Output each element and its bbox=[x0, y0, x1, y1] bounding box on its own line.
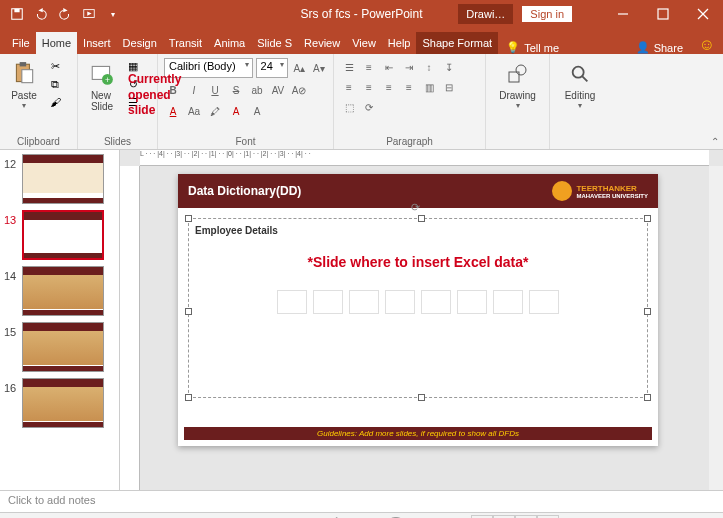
tell-me[interactable]: 💡Tell me bbox=[498, 41, 567, 54]
justify-button[interactable]: ≡ bbox=[400, 78, 418, 96]
video-icon[interactable] bbox=[493, 290, 523, 314]
close-button[interactable] bbox=[683, 0, 723, 28]
tab-transitions[interactable]: Transit bbox=[163, 32, 208, 54]
align-left-button[interactable]: ≡ bbox=[340, 78, 358, 96]
tab-home[interactable]: Home bbox=[36, 32, 77, 54]
thumbnail-15[interactable]: 15 bbox=[0, 322, 119, 372]
icon-icon[interactable] bbox=[529, 290, 559, 314]
numbering-button[interactable]: ≡ bbox=[360, 58, 378, 76]
thumbnail-14[interactable]: 14 bbox=[0, 266, 119, 316]
slide-edit-area[interactable]: L · · · |4| · · |3| · · |2| · · |1| · · … bbox=[120, 150, 723, 490]
redo-icon[interactable] bbox=[54, 3, 76, 25]
clipboard-label: Clipboard bbox=[6, 136, 71, 147]
minimize-button[interactable] bbox=[603, 0, 643, 28]
group-paragraph: ☰ ≡ ⇤ ⇥ ↕ ↧ ≡ ≡ ≡ ≡ ▥ ⊟ ⬚ ⟳ Paragraph bbox=[334, 54, 486, 149]
tell-me-label: Tell me bbox=[524, 42, 559, 54]
selection-handle[interactable] bbox=[644, 215, 651, 222]
notes-pane[interactable]: Click to add notes bbox=[0, 490, 723, 512]
feedback-icon[interactable]: ☺ bbox=[699, 36, 715, 54]
thumbnail-13[interactable]: 13 bbox=[0, 210, 119, 260]
increase-indent-button[interactable]: ⇥ bbox=[400, 58, 418, 76]
tab-slideshow[interactable]: Slide S bbox=[251, 32, 298, 54]
rotate-handle-icon[interactable]: ⟳ bbox=[411, 201, 425, 215]
undo-icon[interactable] bbox=[30, 3, 52, 25]
group-clipboard: Paste ▾ ✂ ⧉ 🖌 Clipboard bbox=[0, 54, 78, 149]
align-text-button[interactable]: ⊟ bbox=[440, 78, 458, 96]
format-painter-icon[interactable]: 🖌 bbox=[46, 94, 64, 110]
text-direction-button[interactable]: ↧ bbox=[440, 58, 458, 76]
tab-file[interactable]: File bbox=[6, 32, 36, 54]
font-fill-button[interactable]: A bbox=[227, 102, 245, 120]
tab-help[interactable]: Help bbox=[382, 32, 417, 54]
start-from-beginning-icon[interactable] bbox=[78, 3, 100, 25]
tab-design[interactable]: Design bbox=[117, 32, 163, 54]
cut-icon[interactable]: ✂ bbox=[46, 58, 64, 74]
line-spacing-button[interactable]: ↕ bbox=[420, 58, 438, 76]
copy-icon[interactable]: ⧉ bbox=[46, 76, 64, 92]
reading-view-button[interactable]: ▭ bbox=[515, 515, 537, 519]
paste-button[interactable]: Paste ▾ bbox=[6, 58, 42, 112]
italic-button[interactable]: I bbox=[185, 81, 203, 99]
text-effects-button[interactable]: A bbox=[248, 102, 266, 120]
normal-view-button[interactable]: ▣ bbox=[471, 515, 493, 519]
maximize-button[interactable] bbox=[643, 0, 683, 28]
editing-button[interactable]: Editing ▾ bbox=[556, 58, 604, 112]
tab-view[interactable]: View bbox=[346, 32, 382, 54]
align-right-button[interactable]: ≡ bbox=[380, 78, 398, 96]
convert-button[interactable]: ⟳ bbox=[360, 98, 378, 116]
shrink-font-icon[interactable]: A▾ bbox=[311, 59, 327, 77]
tab-shape-format[interactable]: Shape Format bbox=[416, 32, 498, 54]
tab-review[interactable]: Review bbox=[298, 32, 346, 54]
spacing-icon[interactable]: AV bbox=[269, 81, 287, 99]
sorter-view-button[interactable]: ▦ bbox=[493, 515, 515, 519]
smartart-icon[interactable] bbox=[349, 290, 379, 314]
svg-point-14 bbox=[516, 65, 526, 75]
grow-font-icon[interactable]: A▴ bbox=[291, 59, 307, 77]
selection-handle[interactable] bbox=[644, 308, 651, 315]
font-label: Font bbox=[164, 136, 327, 147]
strikethrough-button[interactable]: S bbox=[227, 81, 245, 99]
selection-handle[interactable] bbox=[418, 215, 425, 222]
smartart-button[interactable]: ⬚ bbox=[340, 98, 358, 116]
3d-model-icon[interactable] bbox=[385, 290, 415, 314]
picture-icon[interactable] bbox=[421, 290, 451, 314]
selection-handle[interactable] bbox=[644, 394, 651, 401]
university-logo: TEERTHANKERMAHAVEER UNIVERSITY bbox=[552, 181, 648, 201]
bullets-button[interactable]: ☰ bbox=[340, 58, 358, 76]
decrease-indent-button[interactable]: ⇤ bbox=[380, 58, 398, 76]
slideshow-view-button[interactable]: ▢ bbox=[537, 515, 559, 519]
vertical-scrollbar[interactable] bbox=[709, 166, 723, 490]
chart-icon[interactable] bbox=[313, 290, 343, 314]
new-slide-button[interactable]: + New Slide bbox=[84, 58, 120, 114]
font-size-select[interactable]: 24 bbox=[256, 58, 289, 78]
shadow-button[interactable]: ab bbox=[248, 81, 266, 99]
qat-more-icon[interactable]: ▾ bbox=[102, 3, 124, 25]
ribbon: Paste ▾ ✂ ⧉ 🖌 Clipboard + New Slide ▦ ↺ … bbox=[0, 54, 723, 150]
collapse-ribbon-icon[interactable]: ⌃ bbox=[711, 136, 719, 147]
tab-animations[interactable]: Anima bbox=[208, 32, 251, 54]
highlight-button[interactable]: 🖍 bbox=[206, 102, 224, 120]
thumbnail-16[interactable]: 16 bbox=[0, 378, 119, 428]
tab-insert[interactable]: Insert bbox=[77, 32, 117, 54]
content-placeholder[interactable]: ⟳ Employee Details *Slide where to inser… bbox=[188, 218, 648, 398]
selection-handle[interactable] bbox=[185, 394, 192, 401]
slide-canvas[interactable]: Data Dictionary(DD) TEERTHANKERMAHAVEER … bbox=[178, 174, 658, 446]
change-case-button[interactable]: Aa bbox=[185, 102, 203, 120]
thumbnail-panel[interactable]: 12 13 14 15 16 bbox=[0, 150, 120, 490]
share-button[interactable]: 👤Share bbox=[636, 41, 683, 54]
clear-format-icon[interactable]: A⊘ bbox=[290, 81, 308, 99]
table-icon[interactable] bbox=[277, 290, 307, 314]
align-center-button[interactable]: ≡ bbox=[360, 78, 378, 96]
drawing-button[interactable]: Drawing ▾ bbox=[492, 58, 543, 112]
columns-button[interactable]: ▥ bbox=[420, 78, 438, 96]
selection-handle[interactable] bbox=[185, 308, 192, 315]
sign-in-button[interactable]: Sign in bbox=[521, 5, 573, 23]
slides-label: Slides bbox=[84, 136, 151, 147]
document-title: Srs of fcs - PowerPoint bbox=[300, 7, 422, 21]
online-picture-icon[interactable] bbox=[457, 290, 487, 314]
save-icon[interactable] bbox=[6, 3, 28, 25]
selection-handle[interactable] bbox=[418, 394, 425, 401]
underline-button[interactable]: U bbox=[206, 81, 224, 99]
thumbnail-12[interactable]: 12 bbox=[0, 154, 119, 204]
selection-handle[interactable] bbox=[185, 215, 192, 222]
